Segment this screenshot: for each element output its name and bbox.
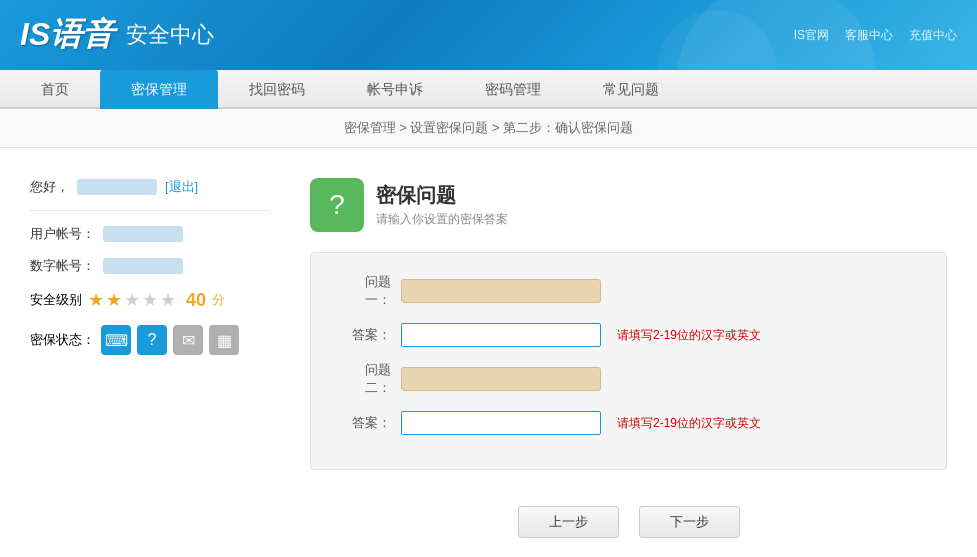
breadcrumb: 密保管理 > 设置密保问题 > 第二步：确认密保问题	[0, 109, 977, 148]
mibao-header: ? 密保问题 请输入你设置的密保答案	[310, 178, 947, 232]
logout-link[interactable]: [退出]	[165, 178, 198, 196]
account-value	[103, 226, 183, 242]
nav-mibao[interactable]: 密保管理	[100, 70, 218, 109]
security-level-row: 安全级别 ★ ★ ★ ★ ★ 40 分	[30, 289, 270, 311]
nav-password-manage[interactable]: 密码管理	[454, 70, 572, 109]
stars: ★ ★ ★ ★ ★	[88, 289, 176, 311]
answer2-input[interactable]	[401, 411, 601, 435]
question2-row: 问题二：	[341, 361, 916, 397]
question-mark: ?	[329, 189, 345, 221]
question2-value	[401, 367, 601, 391]
nav-bar: 首页 密保管理 找回密码 帐号申诉 密码管理 常见问题	[0, 70, 977, 109]
recharge-link[interactable]: 充值中心	[909, 27, 957, 44]
answer2-label: 答案：	[341, 414, 391, 432]
star-5: ★	[160, 289, 176, 311]
status-icon-keyboard: ⌨	[101, 325, 131, 355]
left-panel: 您好， [退出] 用户帐号： 数字帐号： 安全级别 ★ ★ ★ ★ ★ 40 分	[30, 168, 270, 554]
answer1-label: 答案：	[341, 326, 391, 344]
star-1: ★	[88, 289, 104, 311]
username-display	[77, 179, 157, 195]
numeric-row: 数字帐号：	[30, 257, 270, 275]
question1-label: 问题一：	[341, 273, 391, 309]
star-3: ★	[124, 289, 140, 311]
nav-faq[interactable]: 常见问题	[572, 70, 690, 109]
numeric-label: 数字帐号：	[30, 257, 95, 275]
main-content: 您好， [退出] 用户帐号： 数字帐号： 安全级别 ★ ★ ★ ★ ★ 40 分	[0, 148, 977, 557]
mibao-title-area: 密保问题 请输入你设置的密保答案	[376, 182, 508, 228]
security-label: 安全级别	[30, 291, 82, 309]
account-row: 用户帐号：	[30, 225, 270, 243]
answer2-hint: 请填写2-19位的汉字或英文	[617, 415, 761, 432]
prev-button[interactable]: 上一步	[518, 506, 619, 538]
logo-main: IS语音	[20, 13, 114, 57]
greeting-row: 您好， [退出]	[30, 178, 270, 196]
next-button[interactable]: 下一步	[639, 506, 740, 538]
form-container: 问题一： 答案： 请填写2-19位的汉字或英文 问题二： 答案： 请填写2-19…	[310, 252, 947, 470]
score-unit: 分	[212, 291, 225, 309]
answer2-row: 答案： 请填写2-19位的汉字或英文	[341, 411, 916, 435]
mibao-subtitle: 请输入你设置的密保答案	[376, 211, 508, 228]
customer-service-link[interactable]: 客服中心	[845, 27, 893, 44]
button-row: 上一步 下一步	[310, 490, 947, 554]
nav-home[interactable]: 首页	[10, 70, 100, 109]
account-label: 用户帐号：	[30, 225, 95, 243]
page-header: IS语音 安全中心 IS官网 客服中心 充值中心	[0, 0, 977, 70]
status-icon-card: ▦	[209, 325, 239, 355]
greeting-label: 您好，	[30, 178, 69, 196]
star-2: ★	[106, 289, 122, 311]
numeric-value	[103, 258, 183, 274]
right-panel: ? 密保问题 请输入你设置的密保答案 问题一： 答案： 请填写2-19位的汉字或…	[310, 168, 947, 554]
answer1-input[interactable]	[401, 323, 601, 347]
mibao-status-row: 密保状态： ⌨ ? ✉ ▦	[30, 325, 270, 355]
status-icon-question: ?	[137, 325, 167, 355]
question1-value	[401, 279, 601, 303]
answer1-hint: 请填写2-19位的汉字或英文	[617, 327, 761, 344]
breadcrumb-text: 密保管理 > 设置密保问题 > 第二步：确认密保问题	[344, 120, 634, 135]
security-score: 40	[186, 290, 206, 311]
mibao-title: 密保问题	[376, 182, 508, 209]
question1-row: 问题一：	[341, 273, 916, 309]
logo-sub: 安全中心	[126, 20, 214, 50]
divider1	[30, 210, 270, 211]
is-official-link[interactable]: IS官网	[794, 27, 829, 44]
nav-find-password[interactable]: 找回密码	[218, 70, 336, 109]
star-4: ★	[142, 289, 158, 311]
answer1-row: 答案： 请填写2-19位的汉字或英文	[341, 323, 916, 347]
mibao-question-icon: ?	[310, 178, 364, 232]
nav-account-appeal[interactable]: 帐号申诉	[336, 70, 454, 109]
mibao-label: 密保状态：	[30, 331, 95, 349]
status-icon-email: ✉	[173, 325, 203, 355]
question2-label: 问题二：	[341, 361, 391, 397]
logo: IS语音 安全中心	[20, 13, 214, 57]
header-links: IS官网 客服中心 充值中心	[794, 27, 957, 44]
